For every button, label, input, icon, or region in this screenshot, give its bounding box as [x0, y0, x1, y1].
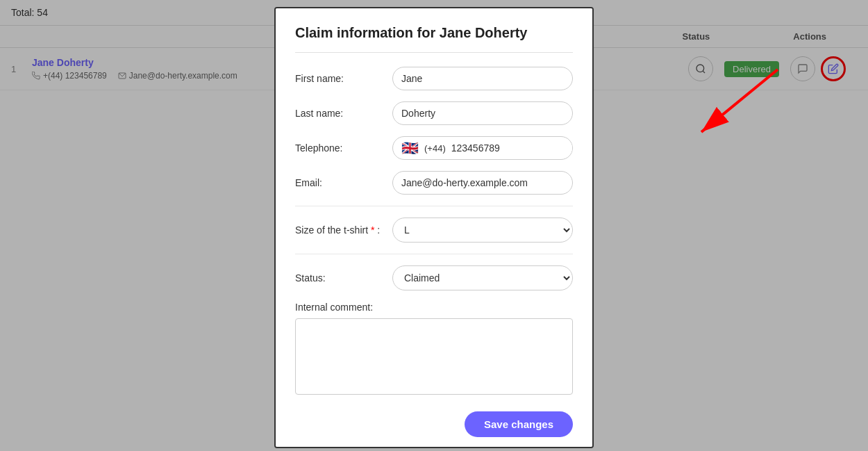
status-row: Status: Unclaimed Claimed Delivered	[295, 265, 573, 290]
modal-overlay: Claim information for Jane Doherty First…	[0, 0, 868, 451]
internal-comment-textarea[interactable]	[295, 318, 573, 395]
tshirt-required: *	[371, 224, 374, 236]
last-name-row: Last name:	[295, 101, 573, 125]
form-divider-1	[295, 206, 573, 206]
status-label: Status:	[295, 272, 392, 284]
phone-field: 🇬🇧 (+44)	[392, 136, 573, 160]
modal-divider	[295, 52, 573, 53]
email-row: Email:	[295, 171, 573, 195]
claim-modal: Claim information for Jane Doherty First…	[274, 7, 594, 448]
tshirt-select[interactable]: XS S M L XL XXL	[392, 218, 573, 243]
form-divider-2	[295, 254, 573, 254]
telephone-label: Telephone:	[295, 142, 392, 154]
first-name-label: First name:	[295, 73, 392, 84]
phone-flag: 🇬🇧	[401, 140, 419, 156]
modal-title: Claim information for Jane Doherty	[295, 25, 573, 41]
first-name-input[interactable]	[392, 67, 573, 90]
last-name-label: Last name:	[295, 108, 392, 119]
internal-comment-section: Internal comment:	[295, 302, 573, 397]
tshirt-row: Size of the t-shirt * : XS S M L XL XXL	[295, 218, 573, 243]
email-input[interactable]	[392, 171, 573, 195]
tshirt-label: Size of the t-shirt * :	[295, 224, 392, 236]
phone-code: (+44)	[424, 143, 446, 154]
status-select[interactable]: Unclaimed Claimed Delivered	[392, 265, 573, 290]
email-label: Email:	[295, 177, 392, 188]
last-name-input[interactable]	[392, 101, 573, 125]
save-button[interactable]: Save changes	[465, 411, 573, 437]
modal-footer: Save changes	[295, 411, 573, 437]
internal-comment-label: Internal comment:	[295, 302, 573, 313]
first-name-row: First name:	[295, 67, 573, 90]
telephone-row: Telephone: 🇬🇧 (+44)	[295, 136, 573, 160]
phone-number-input[interactable]	[451, 142, 573, 154]
